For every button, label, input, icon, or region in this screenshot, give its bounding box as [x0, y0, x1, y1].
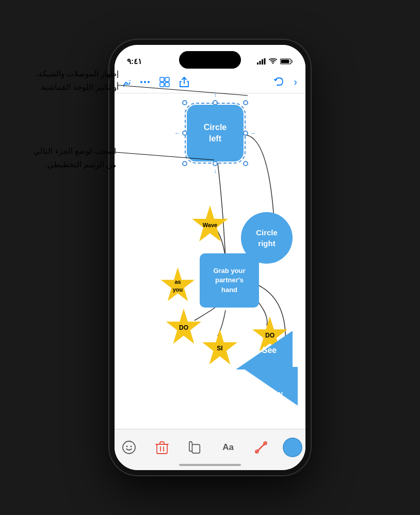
home-indicator — [179, 464, 241, 466]
svg-point-23 — [126, 445, 128, 447]
svg-rect-26 — [192, 444, 200, 453]
saw-triangle-bg — [241, 367, 298, 406]
ellipsis-icon — [139, 76, 151, 88]
share-icon — [179, 76, 190, 88]
shape-wave[interactable]: Wave — [189, 204, 231, 246]
emoji-button[interactable] — [118, 436, 140, 459]
emoji-icon — [122, 440, 136, 455]
svg-rect-4 — [262, 59, 263, 65]
delete-button[interactable] — [151, 436, 173, 459]
handle-tr[interactable] — [243, 100, 248, 105]
wifi-icon — [269, 58, 277, 65]
svg-rect-2 — [257, 62, 259, 65]
undo-button[interactable] — [273, 76, 285, 88]
status-time: ٩:٤١ — [127, 57, 142, 66]
svg-rect-12 — [165, 77, 169, 82]
svg-point-8 — [140, 81, 142, 83]
text-format-button[interactable]: Aa — [217, 436, 239, 459]
handle-mr[interactable] — [243, 131, 248, 136]
svg-rect-25 — [157, 444, 167, 454]
svg-marker-21 — [241, 367, 298, 406]
svg-rect-14 — [165, 83, 169, 87]
svg-point-9 — [144, 81, 146, 83]
share-button[interactable] — [179, 76, 190, 88]
annotation-text-2: اسحب لوضع الجزء التاليمن الرسم التخطيطي. — [5, 144, 116, 171]
battery-icon — [280, 58, 293, 65]
grid-icon — [159, 76, 170, 88]
svg-point-22 — [123, 441, 135, 454]
handle-br[interactable] — [243, 161, 248, 166]
grid-button[interactable] — [159, 76, 170, 88]
svg-rect-5 — [264, 58, 266, 65]
shape-see[interactable]: See — [236, 331, 293, 369]
svg-rect-11 — [160, 77, 164, 82]
shape-circle-left[interactable]: Circleleft — [187, 105, 244, 162]
trash-icon — [155, 440, 169, 455]
line-slash-icon — [254, 440, 268, 455]
signal-icon — [257, 58, 266, 65]
done-button[interactable]: تم — [123, 76, 131, 87]
svg-point-24 — [131, 445, 132, 447]
handle-bc[interactable] — [213, 161, 218, 166]
shape-saw[interactable]: Saw — [241, 367, 298, 406]
shape-as-you[interactable]: asyou — [158, 266, 197, 305]
undo-icon — [273, 76, 285, 88]
arrow-handle-top[interactable]: ↑ — [211, 93, 219, 100]
arrow-handle-right[interactable]: → — [249, 129, 257, 137]
chevron-right-button[interactable]: › — [294, 76, 297, 88]
svg-rect-3 — [260, 61, 261, 65]
more-button[interactable] — [139, 76, 151, 88]
copy-button[interactable] — [184, 436, 206, 459]
dynamic-island — [179, 51, 241, 69]
shape-si[interactable]: SI — [200, 328, 240, 368]
svg-rect-7 — [281, 60, 289, 63]
copy-icon — [188, 440, 202, 455]
annotation-text-1: إظهار الموصلات والشبكة،أو تكبير اللوحة ا… — [5, 67, 119, 93]
arrow-handle-bottom[interactable]: ↓ — [211, 167, 219, 175]
canvas-area: ↑ ↓ ← → Circleleft Circleright Wave — [115, 93, 305, 429]
color-button[interactable] — [283, 438, 302, 457]
svg-rect-13 — [160, 83, 164, 87]
toolbar: تم — [115, 71, 305, 93]
svg-point-10 — [148, 81, 150, 83]
handle-tl[interactable] — [182, 100, 187, 105]
arrow-handle-left[interactable]: ← — [173, 129, 182, 137]
shape-do-left[interactable]: DO — [164, 308, 204, 348]
handle-bl[interactable] — [182, 161, 187, 166]
line-style-button[interactable] — [250, 436, 272, 459]
svg-line-27 — [256, 442, 266, 453]
shape-center-rect[interactable]: Grab yourpartner'shand — [200, 253, 259, 308]
status-icons — [257, 58, 293, 65]
